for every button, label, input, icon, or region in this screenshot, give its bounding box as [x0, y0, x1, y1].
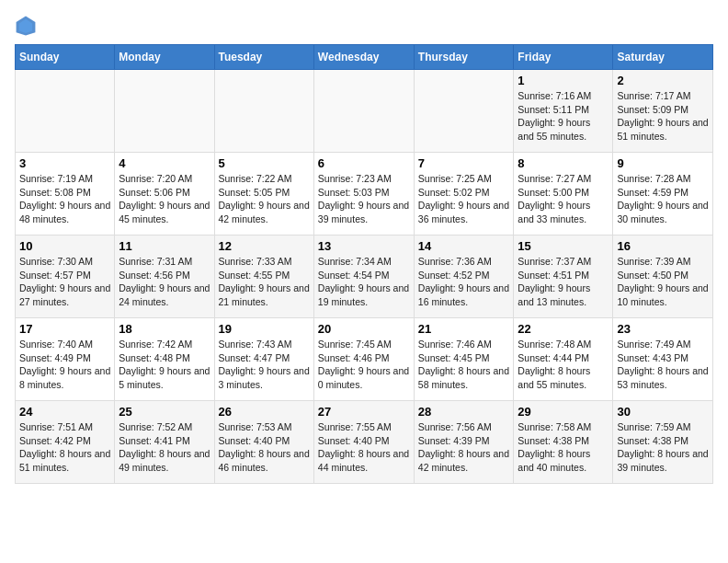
calendar-header-monday: Monday	[115, 45, 214, 70]
day-detail: Sunrise: 7:42 AM Sunset: 4:48 PM Dayligh…	[119, 338, 210, 392]
day-number: 13	[318, 239, 410, 253]
calendar-cell: 24Sunrise: 7:51 AM Sunset: 4:42 PM Dayli…	[16, 401, 115, 484]
calendar-header-saturday: Saturday	[613, 45, 713, 70]
calendar-header-friday: Friday	[514, 45, 613, 70]
day-number: 27	[318, 405, 410, 419]
logo	[15, 15, 40, 37]
calendar-header-thursday: Thursday	[414, 45, 514, 70]
calendar-cell: 30Sunrise: 7:59 AM Sunset: 4:38 PM Dayli…	[613, 401, 713, 484]
day-detail: Sunrise: 7:17 AM Sunset: 5:09 PM Dayligh…	[617, 89, 709, 144]
day-detail: Sunrise: 7:55 AM Sunset: 4:40 PM Dayligh…	[318, 420, 410, 475]
day-detail: Sunrise: 7:28 AM Sunset: 4:59 PM Dayligh…	[617, 172, 709, 226]
calendar-cell: 25Sunrise: 7:52 AM Sunset: 4:41 PM Dayli…	[115, 401, 214, 484]
day-number: 15	[518, 239, 609, 253]
day-detail: Sunrise: 7:37 AM Sunset: 4:51 PM Dayligh…	[518, 255, 609, 309]
calendar-cell: 11Sunrise: 7:31 AM Sunset: 4:56 PM Dayli…	[115, 236, 214, 318]
calendar-cell: 18Sunrise: 7:42 AM Sunset: 4:48 PM Dayli…	[115, 318, 214, 401]
day-number: 12	[219, 239, 310, 253]
day-detail: Sunrise: 7:27 AM Sunset: 5:00 PM Dayligh…	[518, 172, 609, 226]
day-detail: Sunrise: 7:51 AM Sunset: 4:42 PM Dayligh…	[19, 420, 110, 475]
calendar-week-row: 24Sunrise: 7:51 AM Sunset: 4:42 PM Dayli…	[16, 401, 713, 484]
day-number: 8	[518, 156, 609, 170]
day-detail: Sunrise: 7:43 AM Sunset: 4:47 PM Dayligh…	[219, 338, 310, 392]
calendar-header-sunday: Sunday	[16, 45, 115, 70]
calendar-cell	[16, 70, 115, 153]
day-number: 9	[617, 156, 709, 170]
day-number: 26	[219, 405, 310, 419]
day-detail: Sunrise: 7:59 AM Sunset: 4:38 PM Dayligh…	[617, 420, 709, 475]
calendar-cell: 13Sunrise: 7:34 AM Sunset: 4:54 PM Dayli…	[313, 236, 414, 318]
calendar-cell: 20Sunrise: 7:45 AM Sunset: 4:46 PM Dayli…	[313, 318, 414, 401]
calendar-cell	[214, 70, 313, 153]
calendar-cell: 19Sunrise: 7:43 AM Sunset: 4:47 PM Dayli…	[214, 318, 313, 401]
calendar-week-row: 17Sunrise: 7:40 AM Sunset: 4:49 PM Dayli…	[16, 318, 713, 401]
header	[15, 15, 713, 37]
calendar-cell: 9Sunrise: 7:28 AM Sunset: 4:59 PM Daylig…	[613, 153, 713, 236]
day-detail: Sunrise: 7:19 AM Sunset: 5:08 PM Dayligh…	[19, 172, 110, 226]
day-detail: Sunrise: 7:16 AM Sunset: 5:11 PM Dayligh…	[518, 89, 609, 144]
day-detail: Sunrise: 7:56 AM Sunset: 4:39 PM Dayligh…	[418, 420, 510, 475]
day-number: 2	[617, 74, 709, 87]
day-number: 24	[19, 405, 110, 419]
day-detail: Sunrise: 7:22 AM Sunset: 5:05 PM Dayligh…	[219, 172, 310, 226]
calendar-header-tuesday: Tuesday	[214, 45, 313, 70]
day-detail: Sunrise: 7:39 AM Sunset: 4:50 PM Dayligh…	[617, 255, 709, 309]
day-detail: Sunrise: 7:40 AM Sunset: 4:49 PM Dayligh…	[19, 338, 110, 392]
calendar-cell: 23Sunrise: 7:49 AM Sunset: 4:43 PM Dayli…	[613, 318, 713, 401]
day-number: 10	[19, 239, 110, 253]
calendar-cell: 27Sunrise: 7:55 AM Sunset: 4:40 PM Dayli…	[313, 401, 414, 484]
day-number: 6	[318, 156, 410, 170]
day-number: 11	[119, 239, 210, 253]
calendar-cell	[414, 70, 514, 153]
calendar-cell: 14Sunrise: 7:36 AM Sunset: 4:52 PM Dayli…	[414, 236, 514, 318]
calendar-cell	[115, 70, 214, 153]
calendar: SundayMondayTuesdayWednesdayThursdayFrid…	[15, 44, 713, 484]
calendar-header-wednesday: Wednesday	[313, 45, 414, 70]
day-detail: Sunrise: 7:53 AM Sunset: 4:40 PM Dayligh…	[219, 420, 310, 475]
calendar-cell: 1Sunrise: 7:16 AM Sunset: 5:11 PM Daylig…	[514, 70, 613, 153]
calendar-week-row: 1Sunrise: 7:16 AM Sunset: 5:11 PM Daylig…	[16, 70, 713, 153]
calendar-cell: 21Sunrise: 7:46 AM Sunset: 4:45 PM Dayli…	[414, 318, 514, 401]
day-number: 18	[119, 322, 210, 336]
day-number: 20	[318, 322, 410, 336]
day-detail: Sunrise: 7:45 AM Sunset: 4:46 PM Dayligh…	[318, 338, 410, 392]
day-number: 17	[19, 322, 110, 336]
calendar-cell: 6Sunrise: 7:23 AM Sunset: 5:03 PM Daylig…	[313, 153, 414, 236]
day-number: 29	[518, 405, 609, 419]
calendar-cell: 15Sunrise: 7:37 AM Sunset: 4:51 PM Dayli…	[514, 236, 613, 318]
logo-icon	[15, 15, 37, 37]
calendar-cell: 5Sunrise: 7:22 AM Sunset: 5:05 PM Daylig…	[214, 153, 313, 236]
day-detail: Sunrise: 7:31 AM Sunset: 4:56 PM Dayligh…	[119, 255, 210, 309]
day-detail: Sunrise: 7:46 AM Sunset: 4:45 PM Dayligh…	[418, 338, 510, 392]
day-number: 4	[119, 156, 210, 170]
day-number: 1	[518, 74, 609, 87]
day-number: 7	[418, 156, 510, 170]
day-detail: Sunrise: 7:52 AM Sunset: 4:41 PM Dayligh…	[119, 420, 210, 475]
calendar-header-row: SundayMondayTuesdayWednesdayThursdayFrid…	[16, 45, 713, 70]
day-detail: Sunrise: 7:48 AM Sunset: 4:44 PM Dayligh…	[518, 338, 609, 392]
day-number: 14	[418, 239, 510, 253]
calendar-cell: 10Sunrise: 7:30 AM Sunset: 4:57 PM Dayli…	[16, 236, 115, 318]
day-number: 22	[518, 322, 609, 336]
calendar-cell: 8Sunrise: 7:27 AM Sunset: 5:00 PM Daylig…	[514, 153, 613, 236]
day-detail: Sunrise: 7:33 AM Sunset: 4:55 PM Dayligh…	[219, 255, 310, 309]
day-detail: Sunrise: 7:25 AM Sunset: 5:02 PM Dayligh…	[418, 172, 510, 226]
day-number: 30	[617, 405, 709, 419]
calendar-cell: 28Sunrise: 7:56 AM Sunset: 4:39 PM Dayli…	[414, 401, 514, 484]
calendar-cell: 22Sunrise: 7:48 AM Sunset: 4:44 PM Dayli…	[514, 318, 613, 401]
day-number: 25	[119, 405, 210, 419]
calendar-cell: 2Sunrise: 7:17 AM Sunset: 5:09 PM Daylig…	[613, 70, 713, 153]
calendar-cell: 4Sunrise: 7:20 AM Sunset: 5:06 PM Daylig…	[115, 153, 214, 236]
calendar-cell: 3Sunrise: 7:19 AM Sunset: 5:08 PM Daylig…	[16, 153, 115, 236]
calendar-week-row: 3Sunrise: 7:19 AM Sunset: 5:08 PM Daylig…	[16, 153, 713, 236]
day-detail: Sunrise: 7:34 AM Sunset: 4:54 PM Dayligh…	[318, 255, 410, 309]
day-number: 3	[19, 156, 110, 170]
day-detail: Sunrise: 7:58 AM Sunset: 4:38 PM Dayligh…	[518, 420, 609, 475]
calendar-cell: 26Sunrise: 7:53 AM Sunset: 4:40 PM Dayli…	[214, 401, 313, 484]
day-detail: Sunrise: 7:20 AM Sunset: 5:06 PM Dayligh…	[119, 172, 210, 226]
calendar-cell: 7Sunrise: 7:25 AM Sunset: 5:02 PM Daylig…	[414, 153, 514, 236]
calendar-cell: 17Sunrise: 7:40 AM Sunset: 4:49 PM Dayli…	[16, 318, 115, 401]
day-number: 21	[418, 322, 510, 336]
calendar-cell: 12Sunrise: 7:33 AM Sunset: 4:55 PM Dayli…	[214, 236, 313, 318]
calendar-week-row: 10Sunrise: 7:30 AM Sunset: 4:57 PM Dayli…	[16, 236, 713, 318]
